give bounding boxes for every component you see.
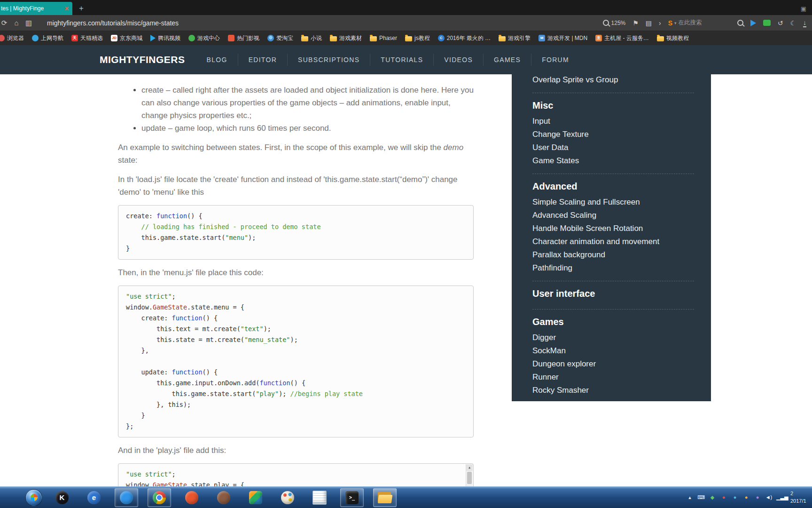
sidebar-link[interactable]: Simple Scaling and Fullscreen xyxy=(532,196,694,209)
taskbar-app-browser-360[interactable] xyxy=(180,489,203,507)
sidebar-link[interactable]: Overlap Sprite vs Group xyxy=(532,74,694,87)
bookmark-item[interactable]: 游戏引擎 xyxy=(499,34,531,42)
taskbar-app-photo-viewer[interactable] xyxy=(244,489,267,507)
panels-icon[interactable]: ▤ xyxy=(646,19,652,27)
tab-title: tes | MightyFinge xyxy=(1,5,62,12)
sidebar-link[interactable]: Pathfinding xyxy=(532,262,694,275)
scroll-up-icon[interactable]: ▲ xyxy=(466,464,473,471)
bookmark-item[interactable]: 视频教程 xyxy=(657,34,689,42)
new-tab-button[interactable]: + xyxy=(79,4,84,13)
sidebar-link[interactable]: Character animation and movement xyxy=(532,235,694,248)
taskbar-app-file-explorer[interactable] xyxy=(373,488,397,507)
tab-close-icon[interactable]: × xyxy=(65,5,69,12)
code-scrollbar[interactable]: ▲ xyxy=(466,464,473,486)
site-logo[interactable]: MightyFingers xyxy=(100,54,185,65)
sidebar-link[interactable]: Runner xyxy=(532,371,694,384)
taskbar-app-kugou[interactable]: K xyxy=(51,489,73,507)
download-icon[interactable]: ↓ xyxy=(803,19,806,27)
tray-wechat-icon[interactable]: ● xyxy=(731,495,739,500)
chat-icon[interactable] xyxy=(763,20,771,26)
sidebar-link[interactable]: Handle Mobile Screen Rotation xyxy=(532,222,694,235)
sidebar-link[interactable]: Advanced Scaling xyxy=(532,209,694,222)
home-icon[interactable]: ⌂ xyxy=(10,19,23,27)
bookmark-item[interactable]: 热门影视 xyxy=(228,34,259,42)
start-orb[interactable] xyxy=(25,489,42,506)
bookmark-item[interactable]: 腾讯视频 xyxy=(150,34,180,42)
bookmark-item[interactable]: 爱淘宝 xyxy=(267,34,293,42)
bookmark-item[interactable]: M 游戏开发 | MDN xyxy=(539,34,587,42)
bookmark-item[interactable]: Phaser xyxy=(370,35,397,41)
taskbar-app-internet-explorer[interactable]: e xyxy=(83,489,105,507)
sidebar-link[interactable]: Input xyxy=(532,115,694,128)
sidebar-link[interactable]: Game States xyxy=(532,154,694,167)
sidebar-link[interactable]: User Data xyxy=(532,141,694,154)
browser-toolbar: ⟳ ⌂ ▥ mightyfingers.com/tutorials/misc/g… xyxy=(0,15,812,31)
bookmark-item[interactable]: 主 主机屋 - 云服务… xyxy=(595,34,649,42)
bookmark-item[interactable]: JD 京东商城 xyxy=(111,34,142,42)
sidebar-link[interactable]: SockMan xyxy=(532,344,694,357)
bookmark-item[interactable]: 浏览器 xyxy=(0,34,24,42)
code-line: }, this); xyxy=(126,399,466,410)
nav-item[interactable]: VIDEOS xyxy=(433,54,483,66)
sidebar-section: Overlap Sprite vs Group xyxy=(532,74,694,93)
zoom-control[interactable]: 125% xyxy=(603,20,626,26)
bookmark-label: 上网导航 xyxy=(41,34,63,42)
search-placeholder[interactable]: 在此搜索 xyxy=(679,19,702,27)
clock-date: 2017/1 xyxy=(790,498,811,505)
search-engine-caret-icon[interactable]: ▾ xyxy=(674,21,677,25)
tray-cloud-icon[interactable]: ● xyxy=(742,495,750,500)
photo-viewer-icon xyxy=(249,491,262,504)
bookmark-item[interactable]: 游戏素材 xyxy=(330,34,362,42)
undo-icon[interactable]: ↺ xyxy=(778,19,783,27)
nav-item[interactable]: SUBSCRIPTIONS xyxy=(287,54,370,66)
nav-item[interactable]: TUTORIALS xyxy=(370,54,433,66)
tabbar-corner-icon[interactable]: ▣ xyxy=(801,5,806,12)
chevron-right-icon[interactable]: › xyxy=(659,19,661,27)
sidebar-link[interactable]: Rocky Smasher xyxy=(532,384,694,397)
taskbar-app-planet-browser[interactable] xyxy=(212,489,235,507)
taskbar-app-notepad[interactable] xyxy=(308,489,331,507)
bookmark-item[interactable]: 游戏中心 xyxy=(188,34,220,42)
refresh-icon[interactable]: ⟳ xyxy=(0,19,10,27)
tray-network-icon[interactable]: ▁▃▅ xyxy=(776,495,784,500)
address-bar[interactable]: mightyfingers.com/tutorials/misc/game-st… xyxy=(47,19,179,27)
nav-item[interactable]: FORUM xyxy=(531,54,579,66)
tray-security-icon[interactable]: ◆ xyxy=(709,495,716,500)
browser-tab[interactable]: tes | MightyFinge × xyxy=(0,2,72,15)
tray-qq-icon[interactable]: ● xyxy=(720,495,727,500)
bookmark-item[interactable]: C 2016年 最火的 … xyxy=(438,34,491,42)
play-icon[interactable] xyxy=(750,20,756,26)
planet-browser-icon xyxy=(217,491,230,504)
search-box[interactable]: S ▾ 在此搜索 xyxy=(668,19,730,27)
nav-item[interactable]: GAMES xyxy=(483,54,531,66)
sidebar-link[interactable]: Parallax background xyxy=(532,248,694,262)
search-engine-icon[interactable]: S xyxy=(668,19,672,27)
taskbar-clock[interactable]: 2 2017/1 xyxy=(790,490,811,505)
tray-input-method-icon[interactable]: ⌨ xyxy=(697,495,705,500)
reader-mode-icon[interactable]: ▥ xyxy=(23,19,35,27)
windows-flag-icon xyxy=(31,494,38,501)
browser-360-icon xyxy=(185,491,198,504)
search-icon[interactable] xyxy=(737,20,743,26)
nav-item[interactable]: EDITOR xyxy=(238,54,287,66)
sidebar-link[interactable]: Dungeon explorer xyxy=(532,357,694,371)
tray-volume-icon[interactable]: ◄) xyxy=(765,495,773,500)
flag-icon[interactable]: ⚑ xyxy=(632,19,639,27)
night-mode-icon[interactable]: ☾ xyxy=(790,19,796,27)
bookmark-item[interactable]: js教程 xyxy=(405,34,430,42)
taskbar-app-chrome[interactable] xyxy=(148,488,171,507)
tray-tray-expand-icon[interactable]: ▴ xyxy=(686,495,694,500)
sidebar-link[interactable]: Digger xyxy=(532,331,694,344)
taskbar-app-cmd[interactable]: >_ xyxy=(340,488,364,507)
sidebar-link[interactable]: Change Texture xyxy=(532,128,694,141)
code-block-load: create: function() { // loading has fini… xyxy=(118,205,474,260)
scroll-thumb[interactable] xyxy=(467,472,472,484)
bookmark-label: 浏览器 xyxy=(7,34,24,42)
bookmark-item[interactable]: 上网导航 xyxy=(32,34,63,42)
bookmark-item[interactable]: 天 天猫精选 xyxy=(71,34,103,42)
taskbar-app-qq-browser[interactable] xyxy=(115,488,138,507)
bookmark-item[interactable]: 小说 xyxy=(301,34,322,42)
nav-item[interactable]: BLOG xyxy=(196,54,238,66)
tray-music-icon[interactable]: ● xyxy=(754,495,761,500)
taskbar-app-paint[interactable] xyxy=(276,489,299,507)
